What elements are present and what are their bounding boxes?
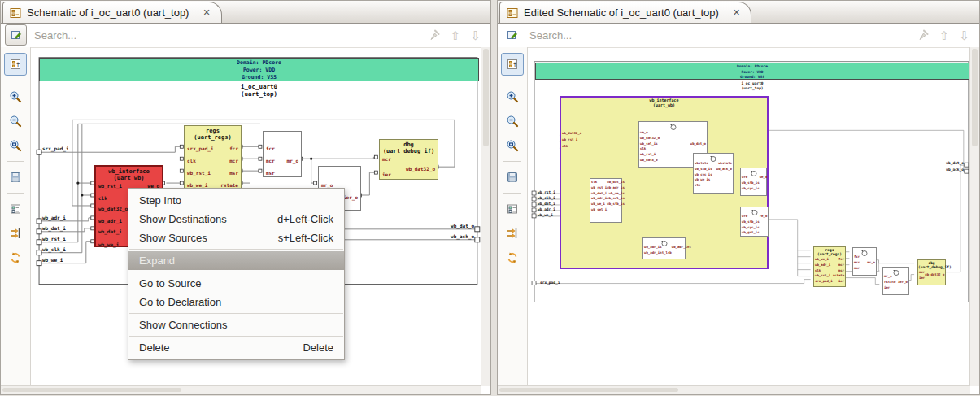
output-pin-label: wb_ack_o bbox=[939, 168, 964, 172]
clear-search-icon[interactable] bbox=[428, 28, 441, 41]
domain-label: Domain: PDcore bbox=[40, 59, 478, 67]
input-pin-label: wb_dat_i bbox=[538, 202, 555, 206]
process-icon bbox=[660, 240, 669, 247]
block-process-a[interactable]: fcrmcrmsr mr_o bbox=[852, 247, 877, 276]
port-label: wb_dat_i bbox=[98, 228, 122, 234]
save-icon bbox=[9, 171, 22, 184]
block-process-b[interactable]: mr_orstateier ier_o bbox=[882, 267, 909, 295]
tab-title: Schematic of i_oc_uart0 (uart_top) bbox=[27, 7, 189, 19]
tab-edited-schematic[interactable]: Edited Schematic of i_oc_uart0 (uart_top… bbox=[499, 2, 751, 23]
scrollbar-thumb[interactable] bbox=[2, 388, 181, 392]
block-dbg[interactable]: dbg(uart_debug_if) mcrier wb_dat32_o bbox=[917, 259, 946, 285]
find-next-icon[interactable]: ⇩ bbox=[959, 29, 969, 41]
ground-label: Ground: VSS bbox=[536, 75, 969, 81]
find-previous-icon[interactable]: ⇧ bbox=[451, 29, 461, 41]
search-toolbar: ⇧ ⇩ bbox=[498, 23, 979, 48]
filter-options-icon bbox=[506, 202, 519, 215]
search-actions: ⇧ ⇩ bbox=[917, 28, 969, 41]
tab-close-icon[interactable]: ✕ bbox=[200, 7, 212, 18]
port-label: srx_pad_i bbox=[187, 146, 214, 151]
menu-item-step-into[interactable]: Step Into bbox=[128, 191, 344, 210]
side-toolbar: t bbox=[1, 47, 31, 386]
annotate-icon bbox=[10, 28, 23, 41]
menu-item-show-connections[interactable]: Show Connections bbox=[128, 315, 344, 334]
port-label: wb_dat32_o bbox=[98, 206, 128, 211]
zoom-out-button[interactable] bbox=[502, 111, 523, 132]
zoom-fit-button[interactable] bbox=[502, 135, 523, 156]
show-port-connections-button[interactable] bbox=[502, 223, 523, 244]
port-label: wb_we_i bbox=[98, 242, 119, 247]
block-module: (uart_regs) bbox=[185, 134, 241, 141]
block-name: dbg bbox=[380, 141, 438, 148]
side-toolbar: t bbox=[498, 47, 528, 386]
horizontal-scrollbar[interactable] bbox=[1, 385, 481, 394]
menu-item-delete[interactable]: DeleteDelete bbox=[128, 338, 344, 357]
save-button[interactable] bbox=[5, 167, 26, 188]
filter-options-button[interactable] bbox=[5, 198, 26, 220]
zoom-in-button[interactable] bbox=[5, 86, 26, 107]
scrollbar-thumb[interactable] bbox=[499, 388, 678, 392]
scrollbar-thumb[interactable] bbox=[972, 49, 978, 146]
zoom-fit-button[interactable] bbox=[5, 135, 26, 156]
port-label: mr_o bbox=[287, 158, 298, 163]
vertical-scrollbar[interactable] bbox=[969, 47, 979, 386]
menu-item-show-destinations[interactable]: Show Destinationsd+Left-Click bbox=[128, 210, 344, 228]
zoom-out-button[interactable] bbox=[5, 111, 26, 132]
sub-block-adr[interactable]: wb_adr_iswb_adr_int_lsb wb_adr_int bbox=[642, 237, 686, 259]
horizontal-scrollbar[interactable] bbox=[498, 385, 970, 394]
show-port-connections-icon bbox=[506, 227, 519, 240]
filter-options-button[interactable] bbox=[502, 198, 523, 220]
port-label: mcr bbox=[266, 158, 275, 163]
menu-item-go-to-source[interactable]: Go to Source bbox=[128, 274, 344, 293]
save-button[interactable] bbox=[502, 167, 523, 188]
toggle-instance-names-button[interactable]: t bbox=[4, 53, 27, 76]
port-label: wb_dat32_o bbox=[406, 166, 435, 172]
menu-item-go-to-declaration[interactable]: Go to Declaration bbox=[128, 293, 344, 311]
block-process-1[interactable]: fcr mcr msr mr_o bbox=[263, 131, 302, 177]
menu-item-expand[interactable]: Expand bbox=[128, 251, 344, 270]
tab-schematic[interactable]: Schematic of i_oc_uart0 (uart_top) ✕ bbox=[2, 2, 222, 23]
annotate-button[interactable] bbox=[502, 25, 522, 45]
search-input[interactable] bbox=[27, 28, 428, 42]
editor-tabbar: Schematic of i_oc_uart0 (uart_top) ✕ bbox=[1, 1, 490, 24]
ground-label: Ground: VSS bbox=[40, 74, 478, 81]
sub-block-we[interactable]: wrewb_stb_iswb_cyc_is we_o bbox=[740, 168, 767, 196]
find-previous-icon[interactable]: ⇧ bbox=[939, 29, 950, 41]
app-window: { "colors": { "header_green": "#62DBA9",… bbox=[0, 0, 980, 396]
input-pin-label: wb_clk_i bbox=[42, 246, 66, 252]
output-pin-label: wb_dat_o bbox=[451, 223, 474, 228]
menu-separator bbox=[129, 249, 343, 250]
show-port-connections-button[interactable] bbox=[5, 223, 26, 244]
search-input[interactable] bbox=[522, 28, 917, 42]
input-pin-label: wb_adr_i bbox=[538, 207, 555, 211]
power-domain-header: Domain: PDcore Power: VDD Ground: VSS bbox=[535, 63, 969, 80]
process-icon bbox=[751, 209, 759, 216]
schematic-tab-icon bbox=[506, 7, 519, 20]
sub-block-sync[interactable]: clkwb_rst_iwb_dat_iwb_adr_iwb_we_iwb_sel… bbox=[590, 178, 622, 223]
menu-item-show-sources[interactable]: Show Sourcess+Left-Click bbox=[128, 228, 344, 247]
refresh-button[interactable] bbox=[5, 247, 26, 268]
block-dbg[interactable]: dbg(uart_debug_if) mcr ier wb_dat32_o bbox=[379, 139, 438, 180]
power-label: Power: VDD bbox=[40, 67, 478, 74]
input-pin-label: wb_we_i bbox=[42, 257, 63, 263]
port-label: rstate bbox=[220, 182, 238, 188]
toggle-instance-names-button[interactable]: t bbox=[501, 53, 524, 76]
find-next-icon[interactable]: ⇩ bbox=[470, 29, 481, 41]
process-icon bbox=[750, 170, 758, 177]
tab-close-icon[interactable]: ✕ bbox=[730, 7, 743, 18]
input-pin-label: wb_we_i bbox=[538, 213, 553, 217]
block-module: (uart_wb) bbox=[96, 175, 162, 181]
refresh-button[interactable] bbox=[502, 247, 523, 268]
menu-shortcut: Delete bbox=[303, 342, 333, 354]
block-regs[interactable]: regs(uart_regs) srx_pad_i clk wb_rst_i w… bbox=[184, 125, 242, 190]
sub-block-re[interactable]: wrewb_stb_iswb_cyc_iswb_gnt_is re_o bbox=[740, 207, 769, 237]
vertical-scrollbar[interactable] bbox=[481, 47, 490, 386]
clear-search-icon[interactable] bbox=[917, 28, 930, 41]
input-pin-label: wb_dat_i bbox=[42, 225, 66, 231]
block-regs[interactable]: regs(uart_regs) wb_we_iwb_adr_iclkwb_rst… bbox=[813, 246, 846, 287]
edited-schematic-editor-pane: Edited Schematic of i_oc_uart0 (uart_top… bbox=[497, 0, 980, 395]
zoom-in-button[interactable] bbox=[502, 86, 523, 107]
scrollbar-thumb[interactable] bbox=[483, 49, 489, 146]
annotate-button[interactable] bbox=[5, 24, 27, 46]
sub-block-state[interactable]: wbstatewb_stb_iswb_cyc_iswb_we_isclk wbs… bbox=[693, 153, 734, 194]
